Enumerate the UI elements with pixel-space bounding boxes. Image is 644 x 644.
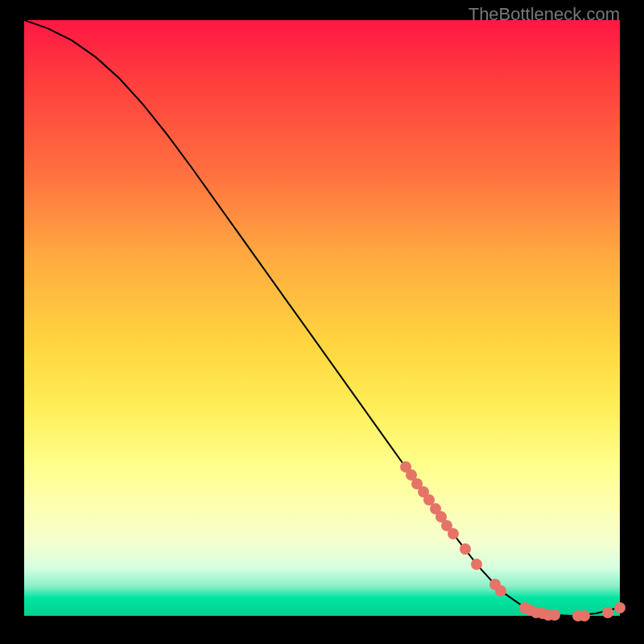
data-point <box>602 607 613 618</box>
data-point <box>614 602 625 613</box>
plot-area <box>24 20 620 616</box>
curve-layer <box>24 20 620 616</box>
data-point <box>495 585 506 597</box>
data-point <box>579 610 590 621</box>
bottleneck-curve <box>24 20 620 616</box>
chart-container: TheBottleneck.com <box>0 0 644 644</box>
data-point <box>460 543 471 555</box>
data-point <box>549 609 560 621</box>
data-point <box>448 528 459 539</box>
